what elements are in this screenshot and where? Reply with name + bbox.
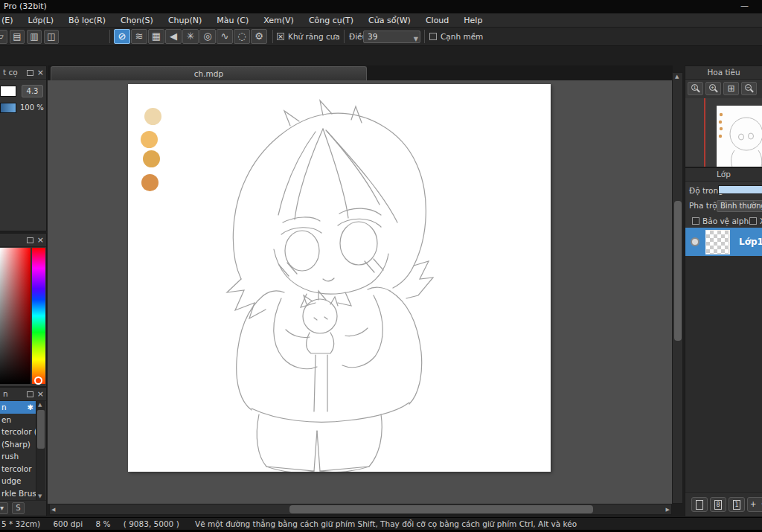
layer-row[interactable]: Lớp1	[685, 228, 762, 256]
brush-script-icon[interactable]: S	[12, 502, 25, 514]
brush-item[interactable]: rkle Brush	[0, 487, 36, 500]
brush-item[interactable]: rush	[0, 450, 36, 463]
menu-capture[interactable]: Chụp(N)	[161, 16, 209, 25]
horizontal-scrollbar[interactable]: ◀ ▶	[49, 504, 672, 515]
snap-ellipse-icon[interactable]: ◌	[234, 29, 250, 44]
file-icon-1[interactable]: ▱	[0, 30, 7, 44]
layer-name: Lớp1	[739, 237, 762, 247]
popout-icon[interactable]	[27, 70, 33, 76]
scroll-right-icon[interactable]: ▶	[666, 507, 670, 513]
popout-icon[interactable]	[27, 391, 33, 397]
vertical-scrollbar[interactable]: ▲	[672, 72, 683, 504]
drawing-canvas[interactable]	[128, 84, 551, 472]
hue-strip[interactable]	[32, 248, 45, 384]
snap-vanishing-point-icon[interactable]: ◀	[165, 29, 182, 44]
navigator-preview[interactable]	[685, 98, 762, 167]
scroll-left-icon[interactable]: ◀	[51, 507, 55, 513]
saturation-value-picker[interactable]	[0, 248, 31, 384]
snap-concentric-icon[interactable]: ◎	[199, 29, 216, 44]
brush-preview	[0, 86, 16, 97]
menu-tools[interactable]: Công cụ(T)	[301, 16, 361, 25]
brush-item[interactable]: (Sharp)	[0, 438, 36, 451]
zoom-reset-button[interactable]: 1	[688, 82, 703, 95]
close-icon[interactable]: ×	[37, 391, 44, 397]
add-layer-button[interactable]	[691, 497, 708, 512]
clipping-checkbox[interactable]	[749, 217, 757, 225]
snap-curve-icon[interactable]: ∿	[217, 29, 233, 44]
layer-visibility-icon[interactable]	[691, 237, 699, 246]
brush-list-scrollbar[interactable]: ▲ ▼	[36, 401, 45, 500]
protect-alpha-checkbox[interactable]	[692, 217, 699, 225]
status-bar: 5 * 32cm) 600 dpi 8 % ( 9083, 5000 ) Vẽ …	[0, 517, 762, 530]
brush-opacity-value: 100 %	[20, 103, 44, 112]
adjust-value: 39	[368, 32, 377, 41]
brush-add-icon[interactable]: ▾	[0, 502, 8, 514]
adjust-dropdown[interactable]: 39 ▼	[363, 31, 420, 43]
layer-opacity-slider[interactable]	[718, 185, 762, 194]
scrollbar-thumb[interactable]	[674, 201, 682, 341]
snap-radial-icon[interactable]: ✳	[182, 29, 199, 44]
brush-item[interactable]: tercolor	[0, 463, 36, 475]
scrollbar-thumb[interactable]	[289, 505, 593, 513]
document-icon[interactable]: ▤	[10, 30, 25, 44]
layer-thumbnail[interactable]	[705, 230, 730, 254]
1bit-layer-icon: 1	[733, 500, 740, 510]
navigator-view-line	[704, 98, 705, 167]
zoom-out-button[interactable]: −	[741, 82, 757, 95]
menu-layer[interactable]: Lớp(L)	[21, 16, 62, 25]
antialias-checkbox[interactable]: ×	[277, 33, 284, 40]
close-icon[interactable]: ×	[37, 69, 44, 76]
menu-help[interactable]: Help	[456, 16, 490, 25]
panel-list-icon[interactable]: ▥	[27, 30, 42, 44]
brush-item[interactable]: en	[0, 414, 36, 426]
snap-off-icon[interactable]: ⊘	[114, 29, 130, 44]
menu-select[interactable]: Chọn(S)	[113, 16, 161, 25]
toolbar-separator	[272, 30, 273, 43]
brush-item[interactable]: n ✱	[0, 401, 36, 414]
close-icon[interactable]: ×	[37, 237, 44, 243]
menu-edit[interactable]: (E)	[0, 16, 21, 25]
antialias-label: Khử răng cưa	[288, 32, 340, 41]
brush-item[interactable]: udge	[0, 475, 36, 487]
workspace-grid-icon[interactable]: ◫	[44, 30, 59, 44]
add-8bit-layer-button[interactable]: 8	[710, 497, 726, 512]
scroll-down-icon[interactable]: ▼	[38, 493, 42, 499]
navigator-thumbnail	[717, 106, 762, 167]
brush-size-value[interactable]: 4.3	[22, 85, 43, 97]
hue-selector[interactable]	[34, 376, 42, 385]
snap-parallel-icon[interactable]: ≋	[131, 29, 147, 44]
snap-grid-icon[interactable]: ▦	[148, 29, 164, 44]
menu-color[interactable]: Màu (C)	[209, 16, 256, 25]
blend-mode-dropdown[interactable]: Bình thường	[717, 200, 762, 212]
menu-cloud[interactable]: Cloud	[418, 16, 456, 25]
brush-settings-icon[interactable]: ✱	[28, 402, 33, 414]
add-1bit-layer-button[interactable]: 1	[729, 497, 745, 512]
fit-screen-icon: ⊞	[724, 83, 738, 94]
canvas-viewport[interactable]	[48, 80, 672, 504]
scrollbar-thumb[interactable]	[37, 410, 45, 449]
menu-view[interactable]: Xem(V)	[256, 16, 301, 25]
brush-list-toolbar: ▾ S	[0, 500, 46, 516]
zoom-in-button[interactable]: +	[705, 82, 721, 95]
soft-edge-checkbox[interactable]	[429, 33, 437, 40]
color-panel: ×	[0, 233, 47, 387]
menu-filter[interactable]: Bộ lọc(R)	[61, 16, 113, 25]
scroll-up-icon[interactable]: ▲	[675, 74, 679, 80]
brush-item[interactable]: tercolor (W	[0, 426, 36, 438]
navigator-panel: Hoa tiêu 1 + ⊞ −	[685, 65, 762, 167]
new-layer-icon	[696, 500, 703, 510]
tool-hint: Vẽ một đường thẳng bằng cách giữ phím Sh…	[195, 519, 577, 528]
scroll-up-icon[interactable]: ▲	[38, 402, 42, 408]
toolbar-separator	[109, 30, 110, 43]
snap-settings-icon[interactable]: ⚙	[251, 29, 267, 44]
popout-icon[interactable]	[27, 237, 33, 243]
document-tab[interactable]: ch.mdp	[51, 66, 367, 80]
folder-plus-icon: +	[750, 500, 756, 508]
brush-opacity-slider[interactable]	[0, 103, 16, 113]
fit-screen-button[interactable]: ⊞	[723, 82, 739, 95]
chevron-down-icon: ▼	[414, 33, 418, 45]
menu-window[interactable]: Cửa sổ(W)	[361, 16, 418, 25]
add-folder-button[interactable]: + ▼	[747, 497, 762, 512]
layer-panel: Lớp Độ trong Pha trộn Bình thường Bảo vệ…	[685, 167, 762, 517]
minimize-button[interactable]: —	[740, 1, 749, 10]
